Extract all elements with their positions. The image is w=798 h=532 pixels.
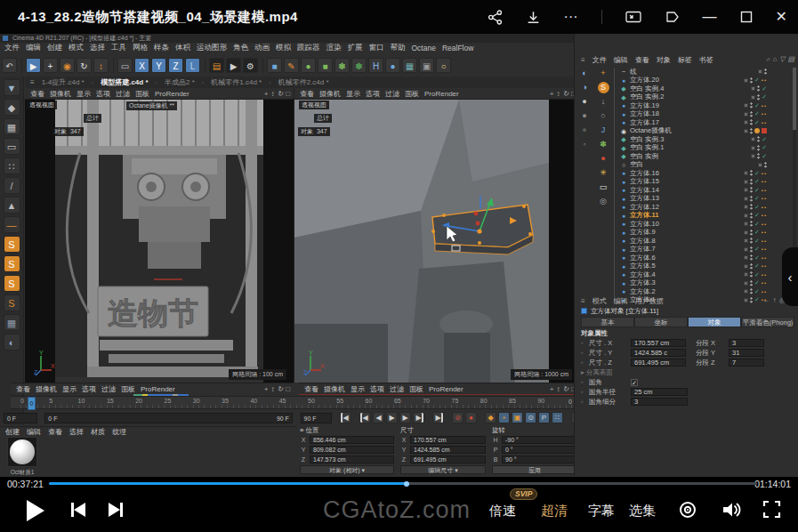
menu-item-过滤[interactable]: 过滤 (101, 384, 116, 394)
dock-icon[interactable]: S (598, 82, 609, 93)
fillet-checkbox[interactable]: ✓ (631, 379, 638, 386)
hamburger-icon[interactable]: ≡ (581, 56, 585, 64)
object-flags[interactable] (758, 162, 767, 168)
dock-icon[interactable]: ◎ (598, 196, 609, 207)
apply-button[interactable]: 应用 (492, 465, 577, 474)
coord-value-field[interactable]: 809.082 cm (310, 446, 394, 454)
object-flags[interactable]: ✓ (751, 93, 767, 101)
key-rotation-button[interactable]: ⊙ (525, 412, 536, 423)
visibility-dots-icon[interactable] (750, 246, 753, 253)
end-frame-field[interactable]: 90 F (301, 413, 333, 423)
visibility-dots-icon[interactable] (750, 128, 753, 134)
pen-spline-icon[interactable]: ✎ (284, 58, 299, 73)
texture-mode-icon[interactable]: ▦ (4, 118, 20, 135)
layer-box-icon[interactable] (751, 146, 755, 150)
layer-box-icon[interactable] (744, 247, 748, 252)
prev-key-button[interactable]: ◀ (359, 412, 371, 423)
dock-icon[interactable]: ◦ (579, 139, 591, 150)
dim-field[interactable]: 691.495 cm (631, 359, 686, 367)
visibility-dots-icon[interactable] (750, 230, 753, 236)
object-item-立方体.6[interactable]: ●立方体.6✓•• (614, 254, 790, 262)
dim-field[interactable]: 1424.585 c (631, 349, 686, 357)
object-flags[interactable]: ✓ (751, 144, 767, 151)
menu-item-查看[interactable]: 查看 (304, 384, 318, 394)
previous-episode-button[interactable] (71, 503, 85, 517)
anim-dot-icon[interactable]: ◦ (581, 349, 586, 357)
light-tool-icon[interactable]: ○ (436, 58, 451, 73)
layer-box-icon[interactable] (744, 103, 748, 108)
orbit-icon[interactable]: ↻ (277, 385, 283, 393)
render-picture-viewer-icon[interactable]: ▶ (226, 58, 241, 73)
object-flags[interactable]: ✓•• (744, 246, 767, 253)
next-episode-button[interactable] (109, 503, 123, 517)
phong-tag-icon[interactable]: •• (762, 213, 767, 218)
enabled-check-icon[interactable]: ✓ (754, 246, 760, 253)
menu-item-扩展[interactable]: 扩展 (348, 43, 363, 53)
enabled-check-icon[interactable]: ✓ (754, 178, 760, 185)
object-item-空白 实例.3[interactable]: ◆空白 实例.3✓ (614, 135, 790, 144)
material-thumbnail[interactable] (7, 437, 37, 467)
dock-icon[interactable]: ✳ (598, 167, 609, 179)
render-settings-icon[interactable]: ⚙ (243, 58, 258, 73)
object-flags[interactable]: ✓•• (744, 102, 767, 109)
visibility-dots-icon[interactable] (750, 271, 753, 278)
model-mode-icon[interactable]: ◆ (4, 99, 20, 116)
coord-value-field[interactable]: -90 ° (502, 436, 577, 444)
visibility-dots-icon[interactable] (757, 136, 760, 142)
menu-item-面板[interactable]: 面板 (121, 384, 135, 394)
menu-item-Octane[interactable]: Octane (412, 44, 436, 52)
menu-item-过滤[interactable]: 过滤 (390, 384, 404, 394)
menu-item-编辑[interactable]: 编辑 (614, 55, 628, 65)
visibility-dots-icon[interactable] (764, 162, 767, 168)
seg-field[interactable]: 31 (729, 349, 764, 357)
object-flags[interactable]: ✓•• (744, 204, 767, 211)
phong-tag-icon[interactable]: •• (762, 238, 767, 244)
field-icon[interactable]: ● (385, 58, 400, 73)
menu-item-ProRender[interactable]: ProRender (424, 90, 459, 98)
picture-in-picture-icon[interactable] (625, 10, 641, 24)
key-parameter-button[interactable]: P (538, 412, 550, 423)
enabled-check-icon[interactable]: ✓ (754, 204, 760, 211)
visibility-dots-icon[interactable] (757, 153, 760, 159)
polygons-mode-icon[interactable]: ▲ (4, 197, 20, 214)
menu-item-编辑[interactable]: 编辑 (27, 427, 41, 437)
menu-item-ProRender[interactable]: ProRender (429, 385, 463, 393)
timeline-playhead[interactable]: 0 (28, 397, 36, 410)
object-flags[interactable] (744, 128, 767, 134)
layer-box-icon[interactable] (751, 154, 755, 158)
slider-tool-icon[interactable]: ↕ (93, 58, 109, 73)
menu-item-编辑[interactable]: 编辑 (614, 296, 628, 306)
snap-2-icon[interactable]: S (4, 255, 20, 272)
visibility-dots-icon[interactable] (750, 170, 753, 176)
dock-icon[interactable]: ● (579, 96, 591, 108)
layer-box-icon[interactable] (744, 129, 748, 133)
panel-icon[interactable]: ▤ (787, 55, 794, 64)
camera-tool-icon[interactable]: ▣ (419, 58, 434, 73)
menu-item-ProRender[interactable]: ProRender (141, 385, 175, 393)
object-item-立方体.4[interactable]: ●立方体.4✓•• (614, 270, 790, 279)
live-selection-icon[interactable]: ▶ (26, 58, 41, 73)
phong-tag-icon[interactable]: •• (762, 77, 767, 83)
visibility-dots-icon[interactable] (750, 119, 753, 125)
object-item-空白 实例.1[interactable]: ◆空白 实例.1✓ (614, 144, 790, 153)
axis-x-icon[interactable]: X (134, 58, 149, 73)
coord-mode-dropdown[interactable]: 对象 (相对) ▾ (300, 465, 394, 474)
layer-box-icon[interactable] (758, 163, 762, 167)
object-flags[interactable]: ✓•• (744, 229, 767, 236)
menu-item-动画[interactable]: 动画 (254, 43, 270, 53)
menu-item-RealFlow[interactable]: RealFlow (442, 44, 473, 52)
visibility-dots-icon[interactable] (750, 102, 753, 109)
phong-tag-icon[interactable]: •• (762, 120, 767, 125)
menu-item-样条[interactable]: 样条 (154, 43, 169, 53)
visibility-dots-icon[interactable] (750, 238, 753, 244)
phong-tag-icon[interactable]: •• (762, 289, 767, 294)
layer-box-icon[interactable] (744, 214, 748, 218)
primitive-cube-icon[interactable]: ■ (267, 58, 282, 73)
phong-tag-icon[interactable]: •• (762, 171, 767, 176)
dock-icon[interactable]: ✽ (598, 139, 609, 150)
edges-mode-icon[interactable]: / (4, 177, 20, 194)
enabled-check-icon[interactable]: ✓ (754, 119, 760, 126)
workplane-mode-icon[interactable]: ▭ (4, 138, 20, 155)
phong-tag-icon[interactable]: •• (762, 246, 767, 252)
phong-tag-icon[interactable]: •• (762, 263, 767, 269)
